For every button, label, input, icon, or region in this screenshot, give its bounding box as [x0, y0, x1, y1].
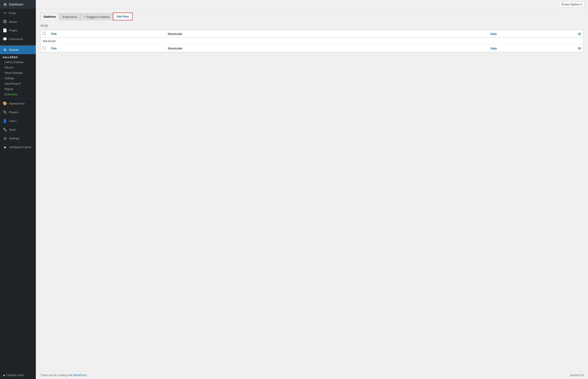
filter-bar: All (0) [40, 24, 584, 27]
sidebar-sub-migrate[interactable]: Migrate [0, 86, 36, 92]
tab-extensions[interactable]: Extensions [59, 13, 80, 20]
modula-icon: ⚙ [3, 48, 7, 52]
sidebar-divider-2 [0, 98, 36, 98]
footer-credit: Thank you for creating with WordPress. [40, 374, 87, 377]
galleries-table: Title Shortcode Date ID Not found [40, 30, 584, 52]
table-footer-id[interactable]: ID [499, 45, 584, 52]
wordpress-link[interactable]: WordPress [73, 374, 86, 377]
table-header-id[interactable]: ID [499, 30, 584, 38]
not-found-message: Not found [41, 38, 584, 45]
litespeed-icon: ◆ [3, 145, 7, 149]
screen-options-button[interactable]: Screen Options ▾ [559, 2, 584, 7]
comments-icon: 💬 [3, 37, 7, 41]
topbar: Screen Options ▾ [36, 0, 588, 9]
sidebar-sub-extensions[interactable]: Extensions [0, 92, 36, 97]
posts-icon: ✏ [3, 11, 7, 15]
table-header-date[interactable]: Date [378, 30, 499, 38]
table-footer-checkbox[interactable] [41, 45, 49, 52]
sidebar-sub-album-defaults[interactable]: Album Defaults [0, 70, 36, 76]
tab-suggest-feature[interactable]: ↗ Suggest a feature [80, 13, 113, 20]
table-header-shortcode: Shortcode [165, 30, 378, 38]
sidebar-item-users[interactable]: 👤 Users [0, 117, 36, 125]
sidebar-sub-import-export[interactable]: Import/Export [0, 81, 36, 86]
media-icon: 🖼 [3, 20, 7, 24]
sidebar-sub-settings[interactable]: Settings [0, 76, 36, 81]
tab-add-new[interactable]: Add New [113, 13, 132, 20]
users-icon: 👤 [3, 119, 7, 123]
sidebar-item-posts[interactable]: ✏ Posts [0, 9, 36, 17]
collapse-menu-button[interactable]: ◀ Collapse menu [0, 371, 36, 379]
table-footer-date[interactable]: Date [378, 45, 499, 52]
footer-version: Version 5.6 [570, 374, 584, 377]
dashboard-icon: ⊞ [3, 2, 7, 6]
sidebar-item-litespeed[interactable]: ◆ LiteSpeed Cache [0, 143, 36, 151]
sidebar-item-media[interactable]: 🖼 Media [0, 17, 36, 26]
sidebar-sub-gallery-defaults[interactable]: Gallery Defaults [0, 60, 36, 65]
sidebar: ⊞ Dashboard ✏ Posts 🖼 Media 📄 Pages 💬 Co… [0, 0, 36, 379]
page-footer: Thank you for creating with WordPress. V… [36, 371, 588, 379]
tabs-bar: Galleries Extensions ↗ Suggest a feature… [40, 13, 584, 20]
collapse-arrow-icon: ◀ [3, 374, 5, 377]
appearance-icon: 🎨 [3, 101, 7, 106]
select-all-checkbox[interactable] [43, 32, 46, 35]
sidebar-item-pages[interactable]: 📄 Pages [0, 26, 36, 35]
sidebar-sub-albums[interactable]: Albums [0, 65, 36, 70]
page-content: Galleries Extensions ↗ Suggest a feature… [36, 9, 588, 371]
galleries-section-title: Galleries [0, 54, 36, 60]
table-header-title[interactable]: Title [49, 30, 166, 38]
table-footer-shortcode: Shortcode [165, 45, 378, 52]
sidebar-item-plugins[interactable]: 🔌 Plugins [0, 108, 36, 117]
tools-icon: 🔧 [3, 127, 7, 132]
sidebar-item-settings[interactable]: ⊞ Settings [0, 134, 36, 143]
plugins-icon: 🔌 [3, 110, 7, 114]
sidebar-item-tools[interactable]: 🔧 Tools [0, 125, 36, 134]
external-link-icon: ↗ [84, 16, 86, 18]
tab-galleries[interactable]: Galleries [40, 13, 59, 20]
sidebar-item-comments[interactable]: 💬 Comments [0, 35, 36, 43]
sidebar-item-dashboard[interactable]: ⊞ Dashboard [0, 0, 36, 9]
screen-options-arrow-icon: ▾ [581, 3, 582, 6]
pages-icon: 📄 [3, 28, 7, 32]
main-content: Screen Options ▾ Galleries Extensions ↗ … [36, 0, 588, 379]
sidebar-item-modula[interactable]: ⚙ Modula [0, 46, 36, 54]
table-footer-title[interactable]: Title [49, 45, 166, 52]
select-all-footer-checkbox[interactable] [43, 47, 46, 49]
table-row-not-found: Not found [41, 38, 584, 45]
sidebar-item-appearance[interactable]: 🎨 Appearance [0, 99, 36, 108]
table-header-checkbox[interactable] [41, 30, 49, 38]
settings-icon: ⊞ [3, 136, 7, 141]
filter-count: (0) [44, 24, 48, 27]
filter-all-label: All [40, 24, 43, 27]
sidebar-divider-1 [0, 44, 36, 45]
